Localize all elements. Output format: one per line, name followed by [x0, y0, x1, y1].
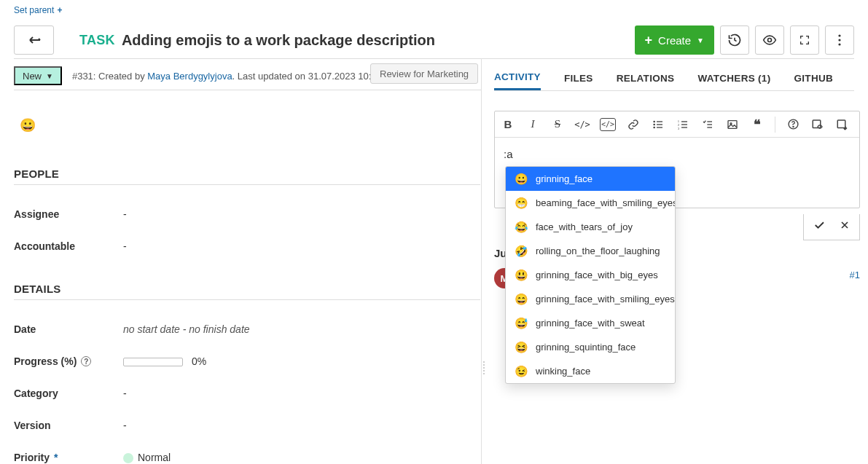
toolbar-separator: [775, 117, 775, 133]
review-marketing-button[interactable]: Review for Marketing: [370, 63, 478, 84]
assignee-value[interactable]: -: [123, 208, 480, 220]
expand-icon: [799, 34, 810, 46]
details-heading: DETAILS: [14, 283, 480, 295]
watch-button[interactable]: [755, 25, 784, 55]
priority-value[interactable]: Normal: [123, 452, 480, 463]
version-value[interactable]: -: [123, 420, 480, 431]
priority-label-text: Priority: [14, 452, 50, 463]
tab-activity[interactable]: ACTIVITY: [494, 66, 541, 90]
divider: [14, 299, 480, 300]
description-content[interactable]: 😀: [20, 117, 36, 133]
number-list-button[interactable]: 123: [676, 117, 690, 132]
cancel-button[interactable]: [839, 219, 851, 235]
create-button[interactable]: + Create ▼: [635, 25, 714, 55]
link-button[interactable]: [626, 117, 641, 132]
emoji-option[interactable]: 😄grinning_face_with_smiling_eyes: [506, 287, 675, 311]
divider: [494, 90, 854, 91]
emoji-option[interactable]: 😀grinning_face: [506, 167, 675, 191]
markdown-button[interactable]: [835, 117, 850, 132]
page-title[interactable]: Adding emojis to a work package descript…: [122, 32, 435, 49]
author-link[interactable]: Maya Berdygylyjova: [147, 71, 232, 82]
back-button[interactable]: [14, 25, 54, 55]
help-icon[interactable]: ?: [81, 356, 91, 366]
image-button[interactable]: [725, 117, 740, 132]
fullscreen-button[interactable]: [790, 25, 819, 55]
emoji-glyph: 😉: [515, 365, 528, 378]
close-icon: [839, 219, 851, 231]
chevron-down-icon: ▼: [697, 36, 704, 44]
emoji-glyph: 😂: [515, 221, 528, 234]
people-section: PEOPLE Assignee - Accountable -: [14, 168, 480, 262]
svg-point-1: [838, 34, 840, 36]
vertical-divider: [481, 58, 482, 464]
svg-point-0: [768, 39, 772, 42]
eye-icon: [762, 33, 777, 47]
emoji-option[interactable]: 😁beaming_face_with_smiling_eyes: [506, 191, 675, 215]
emoji-name: grinning_face_with_sweat: [536, 318, 645, 329]
svg-point-4: [654, 121, 654, 122]
category-label: Category: [14, 388, 123, 399]
task-list-button[interactable]: [700, 117, 715, 132]
bold-button[interactable]: B: [501, 117, 515, 132]
tab-files[interactable]: FILES: [564, 66, 593, 90]
progress-bar: [123, 358, 183, 366]
tab-watchers[interactable]: WATCHERS (1): [697, 66, 770, 90]
checklist-icon: [702, 119, 713, 130]
history-icon: [727, 33, 742, 47]
link-icon: [627, 119, 639, 130]
emoji-option[interactable]: 😉winking_face: [506, 359, 675, 383]
emoji-name: grinning_face: [536, 173, 593, 184]
date-value[interactable]: no start date - no finish date: [123, 323, 480, 335]
help-button[interactable]: [786, 117, 800, 132]
resize-handle[interactable]: [482, 353, 486, 382]
inline-code-button[interactable]: </>: [575, 117, 590, 132]
emoji-name: winking_face: [536, 366, 590, 377]
emoji-glyph: 😃: [515, 269, 528, 282]
svg-rect-19: [728, 120, 737, 128]
required-asterisk: *: [54, 452, 58, 463]
emoji-autocomplete-popup: 😀grinning_face😁beaming_face_with_smiling…: [505, 166, 676, 384]
date-label: Date: [14, 323, 123, 335]
editor-text: :a: [504, 148, 513, 160]
emoji-glyph: 😁: [515, 197, 528, 210]
people-heading: PEOPLE: [14, 168, 480, 180]
svg-text:3: 3: [678, 126, 680, 130]
progress-value[interactable]: 0%: [123, 355, 480, 367]
bullet-list-button[interactable]: [651, 117, 665, 132]
chevron-down-icon: ▼: [46, 72, 53, 80]
tab-relations[interactable]: RELATIONS: [617, 66, 675, 90]
set-parent-link[interactable]: Set parent +: [14, 5, 62, 15]
category-value[interactable]: -: [123, 388, 480, 399]
strike-button[interactable]: S: [550, 117, 565, 132]
quote-button[interactable]: ❝: [750, 117, 765, 132]
back-arrow-icon: [26, 35, 42, 45]
emoji-option[interactable]: 😃grinning_face_with_big_eyes: [506, 263, 675, 287]
meta-prefix: #331: Created by: [72, 71, 147, 82]
editor-toolbar: B I S </> </> 123 ❝: [495, 111, 859, 138]
preview-button[interactable]: [810, 117, 825, 132]
set-parent-label: Set parent: [14, 5, 54, 15]
image-icon: [727, 119, 738, 130]
italic-button[interactable]: I: [525, 117, 540, 132]
divider: [14, 58, 854, 59]
progress-label-text: Progress (%): [14, 355, 77, 367]
emoji-option[interactable]: 😅grinning_face_with_sweat: [506, 311, 675, 335]
emoji-option[interactable]: 😂face_with_tears_of_joy: [506, 215, 675, 239]
tab-github[interactable]: GITHUB: [794, 66, 833, 90]
emoji-option[interactable]: 😆grinning_squinting_face: [506, 335, 675, 359]
progress-label: Progress (%) ?: [14, 355, 123, 367]
activity-log-button[interactable]: [720, 25, 749, 55]
status-label: New: [23, 71, 42, 82]
emoji-glyph: 😄: [515, 293, 528, 306]
status-dropdown[interactable]: New ▼: [14, 66, 62, 85]
ul-icon: [652, 119, 664, 130]
more-menu-button[interactable]: [825, 25, 854, 55]
emoji-name: grinning_squinting_face: [536, 342, 636, 353]
emoji-name: face_with_tears_of_joy: [536, 221, 633, 232]
comment-anchor[interactable]: #1: [850, 270, 860, 280]
svg-point-5: [654, 124, 654, 125]
emoji-option[interactable]: 🤣rolling_on_the_floor_laughing: [506, 239, 675, 263]
submit-button[interactable]: [813, 219, 826, 235]
accountable-value[interactable]: -: [123, 240, 480, 252]
code-block-button[interactable]: </>: [600, 118, 616, 131]
